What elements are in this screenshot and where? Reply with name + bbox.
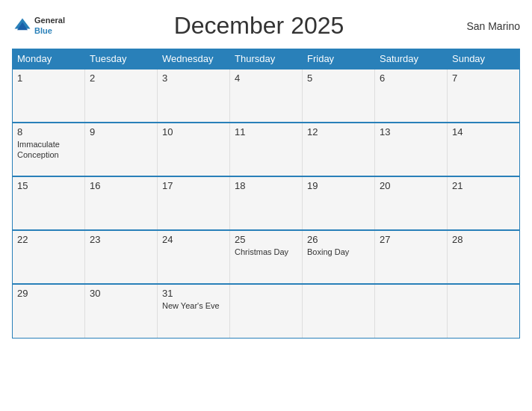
calendar-table: Monday Tuesday Wednesday Thursday Friday… [12,49,520,339]
day-number: 23 [90,234,152,245]
day-number: 18 [235,180,297,191]
calendar-cell: 25Christmas Day [230,230,303,284]
day-number: 15 [17,180,80,191]
calendar-cell: 4 [230,69,303,123]
day-number: 17 [162,180,225,191]
calendar-cell [303,284,375,338]
col-tuesday: Tuesday [85,49,158,69]
calendar-cell: 15 [13,176,85,230]
day-number: 10 [162,126,225,137]
holiday-name: Immaculate Conception [17,139,80,161]
day-number: 3 [162,72,225,84]
day-number: 5 [307,72,370,84]
day-number: 16 [90,180,152,191]
calendar-cell: 6 [375,69,448,123]
col-sunday: Sunday [448,49,520,69]
calendar-cell: 24 [158,230,230,284]
calendar-cell: 22 [13,230,85,284]
day-number: 14 [452,126,515,137]
day-number: 25 [235,234,297,245]
day-number: 12 [307,126,370,137]
day-number: 8 [17,126,80,137]
calendar-cell: 12 [303,123,375,176]
day-number: 26 [307,234,370,245]
days-of-week-row: Monday Tuesday Wednesday Thursday Friday… [13,49,520,69]
holiday-name: New Year's Eve [162,300,225,311]
holiday-name: Christmas Day [235,247,297,257]
day-number: 28 [452,234,515,245]
day-number: 2 [90,72,152,84]
calendar-cell [448,284,520,338]
calendar-cell: 18 [230,176,303,230]
day-number: 4 [235,72,297,84]
calendar-container: General Blue December 2025 San Marino Mo… [0,0,532,411]
calendar-cell: 23 [85,230,158,284]
holiday-name: Boxing Day [307,247,370,257]
day-number: 1 [17,72,80,84]
calendar-cell: 21 [448,176,520,230]
logo: General Blue [12,16,65,37]
week-row-2: 8Immaculate Conception91011121314 [13,123,520,176]
week-row-3: 15161718192021 [13,176,520,230]
country-name: San Marino [453,20,520,32]
calendar-cell [230,284,303,338]
day-number: 6 [380,72,442,84]
day-number: 22 [17,234,80,245]
calendar-cell: 8Immaculate Conception [13,123,85,176]
calendar-cell: 28 [448,230,520,284]
calendar-cell: 19 [303,176,375,230]
calendar-cell: 26Boxing Day [303,230,375,284]
day-number: 27 [380,234,442,245]
calendar-cell: 30 [85,284,158,338]
day-number: 20 [380,180,442,191]
calendar-header: General Blue December 2025 San Marino [12,12,520,40]
week-row-4: 22232425Christmas Day26Boxing Day2728 [13,230,520,284]
calendar-title: December 2025 [65,12,453,40]
calendar-cell: 31New Year's Eve [158,284,230,338]
calendar-cell: 5 [303,69,375,123]
day-number: 21 [452,180,515,191]
calendar-cell [375,284,448,338]
day-number: 11 [235,126,297,137]
calendar-cell: 10 [158,123,230,176]
calendar-cell: 27 [375,230,448,284]
day-number: 19 [307,180,370,191]
col-wednesday: Wednesday [158,49,230,69]
calendar-cell: 17 [158,176,230,230]
calendar-cell: 20 [375,176,448,230]
day-number: 31 [162,288,225,299]
col-monday: Monday [13,49,85,69]
calendar-cell: 9 [85,123,158,176]
calendar-cell: 7 [448,69,520,123]
col-saturday: Saturday [375,49,448,69]
week-row-1: 1234567 [13,69,520,123]
logo-text: General Blue [34,16,65,35]
day-number: 7 [452,72,515,84]
day-number: 30 [90,288,152,299]
logo-general-text: General [34,16,65,25]
week-row-5: 293031New Year's Eve [13,284,520,338]
calendar-cell: 13 [375,123,448,176]
day-number: 24 [162,234,225,245]
logo-icon [12,16,33,37]
calendar-cell: 3 [158,69,230,123]
calendar-cell: 11 [230,123,303,176]
col-thursday: Thursday [230,49,303,69]
calendar-cell: 29 [13,284,85,338]
calendar-cell: 2 [85,69,158,123]
logo-blue-text: Blue [34,26,65,36]
day-number: 29 [17,288,80,299]
day-number: 9 [90,126,152,137]
col-friday: Friday [303,49,375,69]
calendar-cell: 14 [448,123,520,176]
day-number: 13 [380,126,442,137]
calendar-cell: 16 [85,176,158,230]
calendar-cell: 1 [13,69,85,123]
